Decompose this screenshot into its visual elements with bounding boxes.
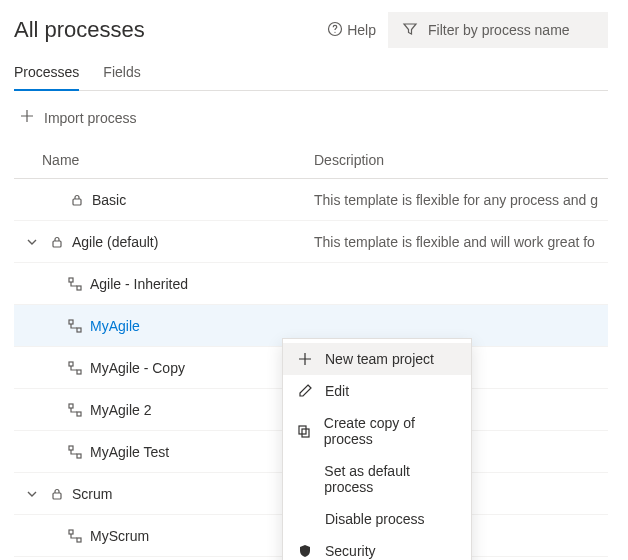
svg-rect-13: [77, 454, 81, 458]
process-name[interactable]: MyScrum: [90, 528, 149, 544]
process-description: •••: [314, 318, 608, 334]
inherit-icon: [68, 277, 82, 291]
menu-label: Disable process: [325, 511, 425, 527]
inherit-icon: [68, 403, 82, 417]
menu-disable-process[interactable]: Disable process: [283, 503, 471, 535]
col-description: Description: [314, 152, 608, 168]
inherit-icon: [68, 529, 82, 543]
menu-edit[interactable]: Edit: [283, 375, 471, 407]
tab-fields[interactable]: Fields: [103, 56, 140, 90]
col-name: Name: [14, 152, 314, 168]
svg-rect-16: [77, 538, 81, 542]
menu-label: Edit: [325, 383, 349, 399]
shield-icon: [297, 544, 313, 558]
context-menu: New team project Edit Create copy of pro…: [282, 338, 472, 560]
tabs: Processes Fields: [14, 56, 608, 91]
filter-placeholder: Filter by process name: [428, 22, 570, 38]
tab-processes[interactable]: Processes: [14, 56, 79, 90]
svg-rect-8: [69, 362, 73, 366]
svg-rect-7: [77, 328, 81, 332]
table-row[interactable]: Basic This template is flexible for any …: [14, 179, 608, 221]
plus-icon: [297, 352, 313, 366]
process-name[interactable]: Agile - Inherited: [90, 276, 188, 292]
svg-rect-6: [69, 320, 73, 324]
svg-rect-10: [69, 404, 73, 408]
svg-rect-5: [77, 286, 81, 290]
menu-security[interactable]: Security: [283, 535, 471, 560]
inherit-icon: [68, 319, 82, 333]
plus-icon: [20, 109, 34, 126]
process-name[interactable]: Basic: [92, 192, 126, 208]
process-description: This template is flexible and will work …: [314, 234, 608, 250]
svg-point-1: [335, 31, 336, 32]
pencil-icon: [297, 384, 313, 398]
svg-rect-9: [77, 370, 81, 374]
inherit-icon: [68, 445, 82, 459]
filter-icon: [402, 21, 418, 40]
svg-rect-11: [77, 412, 81, 416]
header-actions: Help Filter by process name: [327, 12, 608, 48]
menu-label: Set as default process: [324, 463, 457, 495]
svg-rect-3: [53, 241, 61, 247]
lock-icon: [50, 487, 64, 501]
table-row[interactable]: Agile (default) This template is flexibl…: [14, 221, 608, 263]
process-name[interactable]: MyAgile: [90, 318, 140, 334]
chevron-down-icon[interactable]: [22, 487, 42, 501]
lock-icon: [50, 235, 64, 249]
table-row[interactable]: Agile - Inherited: [14, 263, 608, 305]
header: All processes Help Filter: [14, 12, 608, 48]
menu-label: New team project: [325, 351, 434, 367]
process-name[interactable]: MyAgile Test: [90, 444, 169, 460]
svg-rect-15: [69, 530, 73, 534]
svg-rect-14: [53, 493, 61, 499]
process-name[interactable]: MyAgile - Copy: [90, 360, 185, 376]
import-label: Import process: [44, 110, 137, 126]
process-name[interactable]: Agile (default): [72, 234, 158, 250]
inherit-icon: [68, 361, 82, 375]
help-link[interactable]: Help: [327, 21, 376, 40]
import-process-button[interactable]: Import process: [14, 91, 608, 144]
column-headers: Name Description: [14, 144, 608, 179]
page-title: All processes: [14, 17, 145, 43]
help-label: Help: [347, 22, 376, 38]
menu-label: Security: [325, 543, 376, 559]
svg-rect-2: [73, 199, 81, 205]
help-icon: [327, 21, 343, 40]
menu-label: Create copy of process: [324, 415, 457, 447]
process-name[interactable]: Scrum: [72, 486, 112, 502]
more-actions-button[interactable]: •••: [314, 318, 320, 334]
lock-icon: [70, 193, 84, 207]
menu-set-default[interactable]: Set as default process: [283, 455, 471, 503]
menu-create-copy[interactable]: Create copy of process: [283, 407, 471, 455]
filter-input[interactable]: Filter by process name: [388, 12, 608, 48]
svg-rect-4: [69, 278, 73, 282]
chevron-down-icon[interactable]: [22, 235, 42, 249]
copy-icon: [297, 424, 312, 438]
svg-rect-12: [69, 446, 73, 450]
process-name[interactable]: MyAgile 2: [90, 402, 151, 418]
process-description: This template is flexible for any proces…: [314, 192, 608, 208]
menu-new-team-project[interactable]: New team project: [283, 343, 471, 375]
